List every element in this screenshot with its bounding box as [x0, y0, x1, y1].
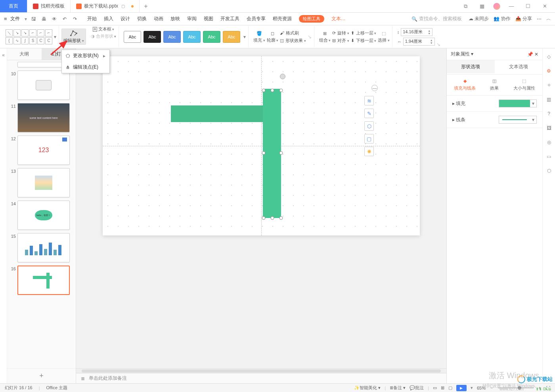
menu-show[interactable]: 放映: [170, 15, 180, 22]
save-icon[interactable]: 🖫: [30, 15, 37, 23]
undo-icon[interactable]: ↶: [61, 15, 68, 23]
play-button[interactable]: ▶: [456, 385, 467, 391]
zoom-out-float[interactable]: —: [371, 85, 378, 91]
search-input[interactable]: 🔍 查找命令、搜索模板: [410, 15, 464, 23]
horizontal-scrollbar[interactable]: [76, 368, 446, 373]
pin-icon[interactable]: 📌: [527, 52, 533, 57]
rail-target-icon[interactable]: ◎: [545, 139, 553, 146]
edit-shape-button[interactable]: 编辑形状: [61, 29, 86, 45]
shape-effect-button[interactable]: ◫形状效果: [280, 38, 306, 44]
slide-thumb-10[interactable]: [17, 71, 70, 100]
view-sorter-icon[interactable]: ⊞: [441, 385, 444, 390]
menu-texttool[interactable]: 文本…: [331, 15, 346, 22]
float-eyedrop-icon[interactable]: ✎: [364, 109, 374, 118]
notes-toggle[interactable]: ≣备注 ▾: [390, 385, 406, 391]
maximize-button[interactable]: ☐: [522, 0, 534, 12]
print-icon[interactable]: 🖶: [40, 15, 48, 23]
menu-view[interactable]: 视图: [204, 15, 213, 22]
tab-document[interactable]: 极光下载站.pptx ▢: [71, 0, 140, 12]
fill-color-swatch[interactable]: ▾: [499, 99, 537, 107]
subtab-fill[interactable]: ◆填充与线条: [454, 78, 476, 91]
shape-styles[interactable]: Abc Abc Abc Abc Abc Abc ▾: [121, 26, 249, 47]
merge-shapes-button[interactable]: ◑合并形状: [91, 33, 117, 39]
style-5[interactable]: Abc: [203, 31, 220, 43]
collapse-panel-icon[interactable]: «: [0, 48, 7, 383]
bring-forward-button[interactable]: ⬆上移一层: [351, 30, 377, 36]
menu-insert[interactable]: 插入: [104, 15, 113, 22]
rail-layers-icon[interactable]: ▥: [545, 96, 553, 103]
style-2[interactable]: Abc: [144, 31, 161, 43]
menu-docer[interactable]: 稻壳资源: [273, 15, 292, 22]
collapse-ribbon-icon[interactable]: ︿: [546, 15, 551, 22]
rail-cube-icon[interactable]: ⬡: [545, 167, 553, 174]
fill-button[interactable]: 🪣填充: [253, 31, 265, 43]
rotate-button[interactable]: ⟳旋转: [332, 30, 349, 36]
slide-canvas[interactable]: — ≋ ✎ ⬡ ▢ ✺: [103, 56, 420, 235]
menu-member[interactable]: 会员专享: [247, 15, 266, 22]
style-4[interactable]: Abc: [183, 31, 201, 43]
rotate-handle[interactable]: [280, 74, 285, 79]
select-button[interactable]: ⬚选择: [378, 31, 390, 43]
edit-points-item[interactable]: ⋔编辑顶点(E): [62, 61, 109, 73]
float-idea-icon[interactable]: ✺: [364, 147, 374, 156]
slide-thumb-15[interactable]: [17, 233, 70, 262]
style-3[interactable]: Abc: [163, 31, 181, 43]
float-layers-icon[interactable]: ≋: [364, 96, 374, 105]
rail-diamond-icon[interactable]: ◇: [545, 53, 553, 60]
zoom-value[interactable]: 65%: [477, 386, 486, 390]
menu-devtools[interactable]: 开发工具: [220, 15, 239, 22]
coop-button[interactable]: 👥 协作: [494, 15, 510, 22]
height-input[interactable]: 14.16厘米▲▼: [401, 28, 433, 36]
menu-design[interactable]: 设计: [121, 15, 130, 22]
redo-icon[interactable]: ↷: [71, 15, 78, 23]
zoom-out-button[interactable]: －: [490, 385, 494, 391]
style-6[interactable]: Abc: [223, 31, 240, 43]
grid-icon[interactable]: ▦: [477, 0, 488, 12]
format-painter-button[interactable]: 🖌格式刷: [280, 30, 306, 36]
menu-animation[interactable]: 动画: [154, 15, 163, 22]
menu-transition[interactable]: 切换: [137, 15, 147, 22]
beautify-button[interactable]: ✨智能美化 ▾: [354, 385, 381, 391]
slide-thumb-13[interactable]: [17, 168, 70, 197]
change-shape-item[interactable]: ⬠更改形状(N)▸: [62, 50, 109, 61]
view-normal-icon[interactable]: ▭: [433, 385, 437, 390]
selection-handles[interactable]: [260, 87, 284, 222]
slide-thumb-16[interactable]: [17, 266, 70, 295]
app-switch-icon[interactable]: ⧉: [460, 0, 471, 12]
shape-options-tab[interactable]: 形状选项: [447, 60, 495, 74]
notes-bar[interactable]: ≣单击此处添加备注: [76, 373, 446, 383]
outline-button[interactable]: ◻轮廓: [267, 31, 279, 43]
outline-tab[interactable]: 大纲: [7, 48, 42, 60]
subtab-size[interactable]: ⬚大小与属性: [513, 78, 535, 91]
tab-templates[interactable]: 找稻壳模板: [27, 0, 71, 12]
view-reading-icon[interactable]: ▢: [448, 385, 452, 390]
file-menu[interactable]: 文件: [10, 15, 20, 22]
shapes-gallery[interactable]: ＼↘↘⌐⌐⌐ {∿∫SCC ▾: [3, 26, 59, 47]
preview-icon[interactable]: 👁: [51, 15, 58, 23]
tab-add-button[interactable]: +: [140, 0, 152, 12]
width-input[interactable]: 1.94厘米▲▼: [403, 38, 435, 46]
align-button[interactable]: ⊟对齐: [332, 38, 349, 44]
rail-settings-icon[interactable]: ⚙: [545, 67, 553, 75]
add-slide-button[interactable]: +: [7, 368, 76, 383]
comments-toggle[interactable]: 💬批注: [410, 385, 424, 391]
avatar[interactable]: [493, 3, 500, 10]
float-frame-icon[interactable]: ▢: [364, 134, 374, 143]
rail-help-icon[interactable]: ?: [545, 110, 553, 117]
menu-review[interactable]: 审阅: [187, 15, 197, 22]
menu-drawtool[interactable]: 绘图工具: [299, 15, 324, 23]
close-panel-icon[interactable]: ✕: [534, 52, 538, 57]
tab-home[interactable]: 首页: [0, 0, 27, 12]
menu-icon[interactable]: ≡: [4, 16, 7, 22]
group-button[interactable]: ⊞组合: [319, 31, 331, 43]
textbox-button[interactable]: 🄰文本框: [93, 26, 115, 32]
sl2-thumb-11[interactable]: some text content here: [17, 103, 70, 132]
share-button[interactable]: 📤 分享: [515, 15, 532, 22]
menu-more[interactable]: ⋯: [537, 16, 542, 22]
subtab-effect[interactable]: ◫效果: [490, 78, 499, 91]
rail-screen-icon[interactable]: ▭: [545, 153, 553, 160]
close-button[interactable]: ✕: [539, 0, 550, 12]
send-backward-button[interactable]: ⬇下移一层: [351, 38, 377, 44]
fill-row[interactable]: ▸ 填充 ▾: [447, 96, 542, 112]
float-bucket-icon[interactable]: ⬡: [364, 121, 374, 131]
